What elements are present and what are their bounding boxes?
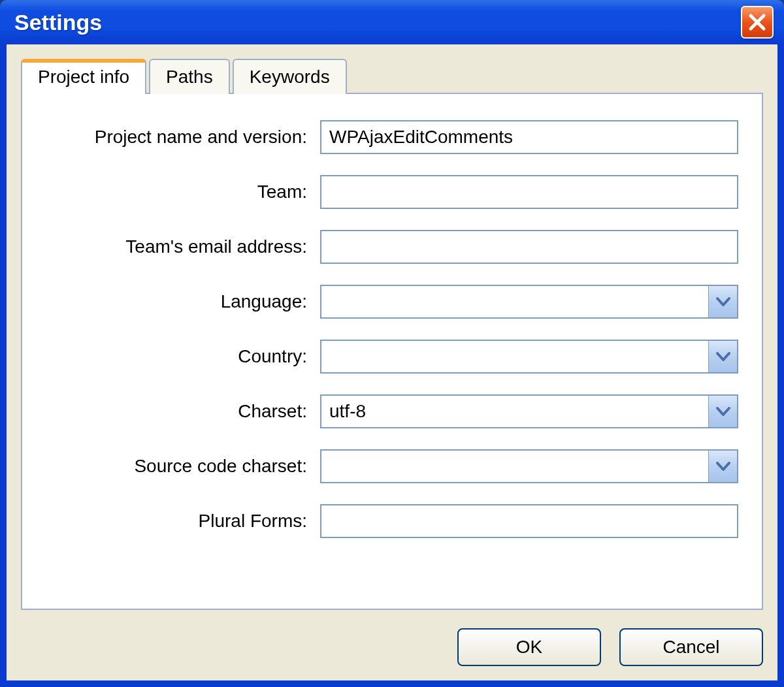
- country-combobox[interactable]: [320, 340, 738, 374]
- tab-paths[interactable]: Paths: [149, 59, 230, 94]
- source-charset-combobox[interactable]: [320, 449, 738, 483]
- label-source-charset: Source code charset:: [46, 456, 307, 477]
- row-source-charset: Source code charset:: [46, 449, 738, 483]
- label-charset: Charset:: [46, 401, 307, 422]
- language-combo-input[interactable]: [321, 286, 708, 317]
- titlebar: Settings: [0, 0, 784, 44]
- close-button[interactable]: [741, 6, 774, 39]
- source-charset-combo-input[interactable]: [321, 451, 708, 482]
- chevron-down-icon: [715, 406, 731, 417]
- ok-button[interactable]: OK: [457, 628, 601, 666]
- label-country: Country:: [46, 346, 307, 367]
- dialog-button-row: OK Cancel: [21, 610, 763, 666]
- country-combo-input[interactable]: [321, 341, 708, 372]
- row-project-name: Project name and version:: [46, 120, 738, 154]
- label-plural-forms: Plural Forms:: [46, 511, 307, 532]
- charset-combobox[interactable]: [320, 394, 738, 428]
- close-icon: [747, 12, 767, 32]
- language-dropdown-button[interactable]: [708, 286, 737, 317]
- label-project-name: Project name and version:: [46, 127, 307, 148]
- project-name-input[interactable]: [320, 120, 738, 154]
- chevron-down-icon: [715, 351, 731, 362]
- window-title: Settings: [14, 10, 102, 35]
- country-dropdown-button[interactable]: [708, 341, 737, 372]
- row-plural-forms: Plural Forms:: [46, 504, 738, 538]
- row-team-email: Team's email address:: [46, 230, 738, 264]
- row-language: Language:: [46, 285, 738, 319]
- row-charset: Charset:: [46, 394, 738, 428]
- plural-forms-input[interactable]: [320, 504, 738, 538]
- team-input[interactable]: [320, 175, 738, 209]
- language-combobox[interactable]: [320, 285, 738, 319]
- label-language: Language:: [46, 291, 307, 312]
- row-country: Country:: [46, 340, 738, 374]
- tab-panel-project-info: Project name and version: Team: Team's e…: [21, 93, 763, 610]
- chevron-down-icon: [715, 296, 731, 308]
- label-team-email: Team's email address:: [46, 236, 307, 257]
- settings-dialog: Settings Project info Paths Keywords Pro…: [0, 0, 784, 687]
- chevron-down-icon: [715, 460, 731, 472]
- charset-dropdown-button[interactable]: [708, 396, 737, 427]
- tab-strip: Project info Paths Keywords: [21, 59, 763, 94]
- row-team: Team:: [46, 175, 738, 209]
- label-team: Team:: [46, 182, 307, 202]
- source-charset-dropdown-button[interactable]: [708, 451, 737, 482]
- team-email-input[interactable]: [320, 230, 738, 264]
- tab-keywords[interactable]: Keywords: [233, 59, 347, 94]
- charset-combo-input[interactable]: [321, 396, 708, 427]
- cancel-button[interactable]: Cancel: [619, 628, 763, 666]
- client-area: Project info Paths Keywords Project name…: [7, 44, 777, 680]
- tab-project-info[interactable]: Project info: [21, 59, 146, 94]
